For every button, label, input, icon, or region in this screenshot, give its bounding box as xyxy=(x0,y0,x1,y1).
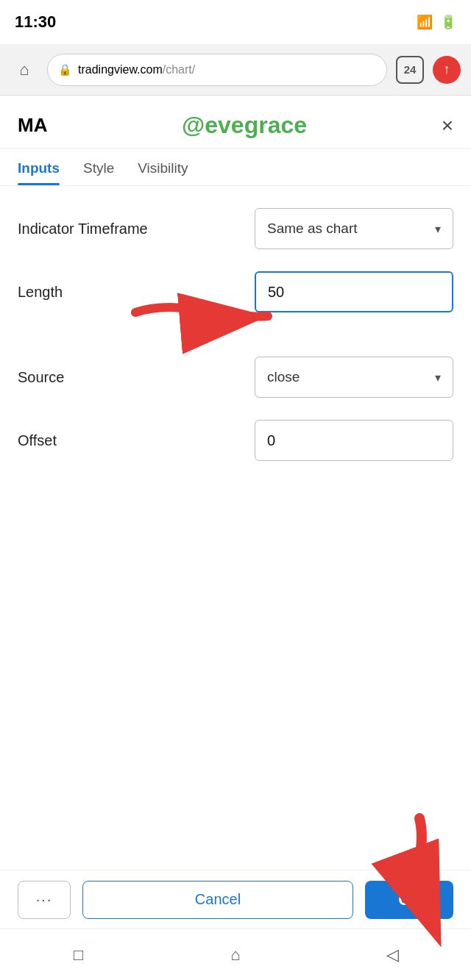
modal-title-username: @evegrace xyxy=(182,112,307,139)
lock-icon: 🔒 xyxy=(58,63,72,76)
phone-nav-back-button[interactable]: ◁ xyxy=(374,937,411,973)
phone-home-icon: ⌂ xyxy=(230,945,240,965)
offset-input[interactable] xyxy=(255,420,453,461)
sim-icon: 📶 xyxy=(417,14,433,30)
browser-home-button[interactable]: ⌂ xyxy=(10,56,38,84)
source-chevron-down-icon: ▾ xyxy=(435,371,441,385)
length-label: Length xyxy=(18,284,63,301)
tabs-row: Inputs Style Visibility xyxy=(0,149,471,186)
more-options-button[interactable]: ··· xyxy=(18,881,71,919)
url-text: tradingview.com/chart/ xyxy=(78,63,195,76)
status-bar: 11:30 📶 🔋 xyxy=(0,0,471,44)
offset-label: Offset xyxy=(18,432,57,449)
phone-nav-square-button[interactable]: □ xyxy=(60,937,97,973)
offset-row: Offset xyxy=(18,420,453,461)
tab-style[interactable]: Style xyxy=(83,149,114,185)
modal-container: MA @evegrace × Inputs Style Visibility I… xyxy=(0,96,471,726)
modal-close-button[interactable]: × xyxy=(442,115,453,136)
square-icon: □ xyxy=(74,945,83,965)
indicator-timeframe-value: Same as chart xyxy=(267,221,358,237)
status-time: 11:30 xyxy=(15,12,56,32)
browser-bar: ⌂ 🔒 tradingview.com/chart/ 24 ↑ xyxy=(0,44,471,96)
arrow-up-icon: ↑ xyxy=(444,62,450,77)
status-icons: 📶 🔋 xyxy=(417,14,456,30)
length-input[interactable] xyxy=(255,271,453,312)
browser-arrow-button[interactable]: ↑ xyxy=(433,56,461,84)
indicator-timeframe-dropdown[interactable]: Same as chart ▾ xyxy=(255,208,453,249)
source-row: Source close ▾ xyxy=(18,357,453,398)
ellipsis-icon: ··· xyxy=(36,891,53,908)
source-value: close xyxy=(267,369,300,385)
content-spacer xyxy=(0,483,471,726)
home-icon: ⌂ xyxy=(19,60,29,79)
form-area: Indicator Timeframe Same as chart ▾ Leng… xyxy=(0,186,471,483)
indicator-timeframe-row: Indicator Timeframe Same as chart ▾ xyxy=(18,208,453,249)
length-row: Length xyxy=(18,271,453,312)
chevron-down-icon: ▾ xyxy=(435,222,441,236)
source-dropdown[interactable]: close ▾ xyxy=(255,357,453,398)
url-bar[interactable]: 🔒 tradingview.com/chart/ xyxy=(47,54,387,86)
cancel-button[interactable]: Cancel xyxy=(82,881,353,919)
modal-title-ma: MA xyxy=(18,114,47,137)
tab-visibility[interactable]: Visibility xyxy=(138,149,188,185)
tab-count[interactable]: 24 xyxy=(396,56,424,84)
modal-header: MA @evegrace × xyxy=(0,96,471,149)
modal-footer: ··· Cancel Ok xyxy=(0,870,471,929)
indicator-timeframe-label: Indicator Timeframe xyxy=(18,221,148,237)
ok-button[interactable]: Ok xyxy=(365,881,453,919)
battery-icon: 🔋 xyxy=(440,14,456,30)
tab-inputs[interactable]: Inputs xyxy=(18,149,60,185)
phone-nav-home-button[interactable]: ⌂ xyxy=(217,937,254,973)
source-label: Source xyxy=(18,369,64,386)
phone-nav-bar: □ ⌂ ◁ xyxy=(0,929,471,980)
back-icon: ◁ xyxy=(386,945,399,965)
